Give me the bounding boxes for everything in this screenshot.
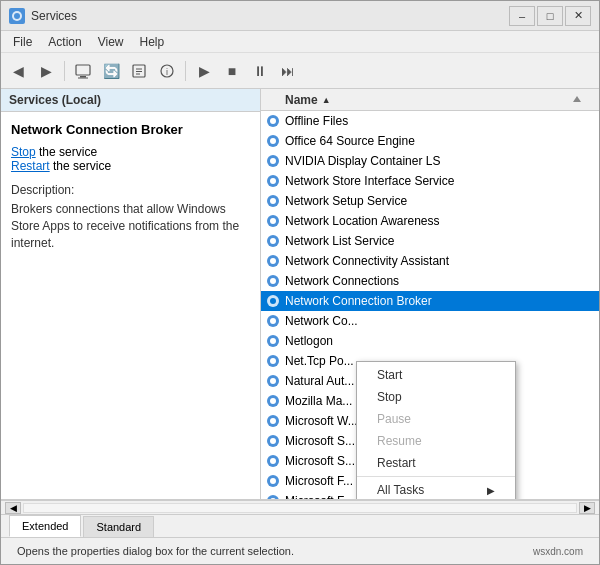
service-name: Netlogon: [285, 334, 333, 348]
svg-rect-2: [76, 65, 90, 75]
selected-service-row[interactable]: Network Connection Broker: [261, 291, 599, 311]
menu-action[interactable]: Action: [40, 33, 89, 51]
service-row[interactable]: Network Co...: [261, 311, 599, 331]
service-name: Network Co...: [285, 314, 358, 328]
list-header: Name ▲: [261, 89, 599, 111]
svg-point-15: [270, 138, 276, 144]
ctx-sep-1: [357, 476, 515, 477]
service-icon: [265, 173, 281, 189]
svg-rect-4: [78, 77, 88, 78]
service-icon: [265, 193, 281, 209]
service-icon: [265, 313, 281, 329]
service-title: Network Connection Broker: [11, 122, 250, 137]
scroll-left-btn[interactable]: ◀: [5, 502, 21, 514]
right-panel: Name ▲ Offline Files Office 64 Source En…: [261, 89, 599, 499]
service-row[interactable]: Network Connectivity Assistant: [261, 251, 599, 271]
tab-extended[interactable]: Extended: [9, 515, 81, 537]
svg-point-23: [270, 218, 276, 224]
scroll-up-indicator: [571, 94, 583, 106]
menu-view[interactable]: View: [90, 33, 132, 51]
service-icon: [265, 373, 281, 389]
service-row[interactable]: Offline Files: [261, 111, 599, 131]
svg-marker-11: [573, 96, 581, 102]
service-icon: [265, 293, 281, 309]
service-icon: [265, 233, 281, 249]
logo-text: wsxdn.com: [525, 542, 591, 561]
service-icon: [265, 453, 281, 469]
description-label: Description:: [11, 183, 250, 197]
tab-standard[interactable]: Standard: [83, 516, 154, 537]
service-name: Microsoft W...: [285, 414, 358, 428]
stop-link-line: Stop the service: [11, 145, 250, 159]
service-name: Microsoft F...: [285, 494, 353, 499]
ctx-start[interactable]: Start: [357, 364, 515, 386]
svg-point-49: [270, 478, 276, 484]
stop-button[interactable]: ■: [219, 58, 245, 84]
svg-point-35: [270, 338, 276, 344]
back-button[interactable]: ◀: [5, 58, 31, 84]
service-name: Network List Service: [285, 234, 394, 248]
ctx-resume: Resume: [357, 430, 515, 452]
play-button[interactable]: ▶: [191, 58, 217, 84]
toolbar: ◀ ▶ 🔄 i ▶ ■ ⏸ ⏭: [1, 53, 599, 89]
status-bar-text: Opens the properties dialog box for the …: [9, 541, 525, 561]
close-button[interactable]: ✕: [565, 6, 591, 26]
service-name: Mozilla Ma...: [285, 394, 352, 408]
service-row[interactable]: Network Connections: [261, 271, 599, 291]
svg-point-27: [270, 258, 276, 264]
bottom-section: ◀ ▶ Extended Standard Opens the properti…: [1, 499, 599, 564]
service-row[interactable]: Network Setup Service: [261, 191, 599, 211]
menu-help[interactable]: Help: [132, 33, 173, 51]
export-button[interactable]: [126, 58, 152, 84]
svg-point-41: [270, 398, 276, 404]
ctx-restart[interactable]: Restart: [357, 452, 515, 474]
svg-point-45: [270, 438, 276, 444]
computer-button[interactable]: [70, 58, 96, 84]
minimize-button[interactable]: –: [509, 6, 535, 26]
ctx-pause: Pause: [357, 408, 515, 430]
service-name: Network Store Interface Service: [285, 174, 454, 188]
restart-link-line: Restart the service: [11, 159, 250, 173]
service-row[interactable]: Office 64 Source Engine: [261, 131, 599, 151]
svg-point-31: [270, 298, 276, 304]
left-panel: Services (Local) Network Connection Brok…: [1, 89, 261, 499]
sort-arrow: ▲: [322, 95, 331, 105]
window-title: Services: [31, 9, 77, 23]
svg-point-21: [270, 198, 276, 204]
service-name: Natural Aut...: [285, 374, 354, 388]
service-icon: [265, 433, 281, 449]
refresh-button[interactable]: 🔄: [98, 58, 124, 84]
menu-bar: File Action View Help: [1, 31, 599, 53]
service-icon: [265, 253, 281, 269]
service-name: Offline Files: [285, 114, 348, 128]
service-name: Network Setup Service: [285, 194, 407, 208]
ctx-all-tasks[interactable]: All Tasks ▶: [357, 479, 515, 499]
stop-text: the service: [39, 145, 97, 159]
svg-point-43: [270, 418, 276, 424]
menu-file[interactable]: File: [5, 33, 40, 51]
svg-point-33: [270, 318, 276, 324]
service-row[interactable]: Network List Service: [261, 231, 599, 251]
scroll-right-btn[interactable]: ▶: [579, 502, 595, 514]
service-name: Microsoft S...: [285, 434, 355, 448]
panel-header: Services (Local): [1, 89, 260, 112]
properties-button[interactable]: i: [154, 58, 180, 84]
service-row[interactable]: NVIDIA Display Container LS: [261, 151, 599, 171]
pause-button[interactable]: ⏸: [247, 58, 273, 84]
service-row[interactable]: Network Store Interface Service: [261, 171, 599, 191]
maximize-button[interactable]: □: [537, 6, 563, 26]
svg-point-29: [270, 278, 276, 284]
ctx-arrow-icon: ▶: [487, 485, 495, 496]
service-row[interactable]: Netlogon: [261, 331, 599, 351]
service-name: Office 64 Source Engine: [285, 134, 415, 148]
service-icon: [265, 413, 281, 429]
service-row[interactable]: Network Location Awareness: [261, 211, 599, 231]
stop-link[interactable]: Stop: [11, 145, 36, 159]
svg-point-17: [270, 158, 276, 164]
ctx-stop[interactable]: Stop: [357, 386, 515, 408]
service-icon: [265, 473, 281, 489]
restart-link[interactable]: Restart: [11, 159, 50, 173]
title-bar: Services – □ ✕: [1, 1, 599, 31]
restart-button[interactable]: ⏭: [275, 58, 301, 84]
forward-button[interactable]: ▶: [33, 58, 59, 84]
